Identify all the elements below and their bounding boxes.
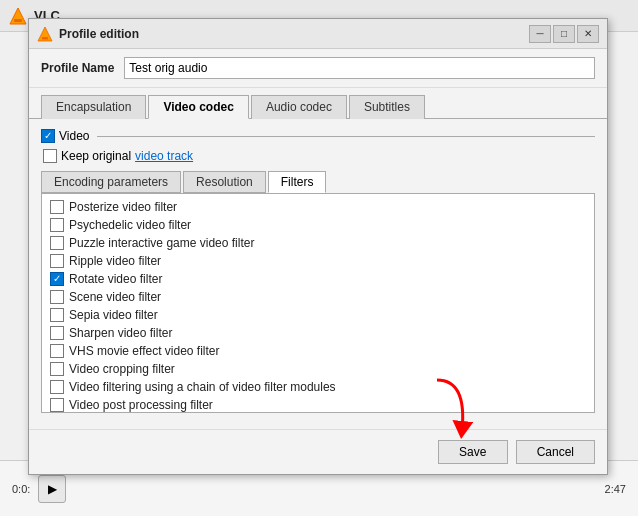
keep-original-label: Keep original: [61, 149, 131, 163]
filter-list[interactable]: Posterize video filterPsychedelic video …: [41, 193, 595, 413]
filter-checkbox-2[interactable]: [50, 236, 64, 250]
filter-label-2: Puzzle interactive game video filter: [69, 236, 254, 250]
filter-label-9: Video cropping filter: [69, 362, 175, 376]
video-label: Video: [59, 129, 89, 143]
filter-checkbox-1[interactable]: [50, 218, 64, 232]
filter-checkbox-9[interactable]: [50, 362, 64, 376]
video-section-header: Video: [41, 129, 595, 143]
filter-label-7: Sharpen video filter: [69, 326, 172, 340]
filter-label-4: Rotate video filter: [69, 272, 162, 286]
dialog-buttons: Save Cancel: [29, 429, 607, 474]
filter-item[interactable]: Video filtering using a chain of video f…: [44, 378, 592, 396]
sub-tab-filters[interactable]: Filters: [268, 171, 327, 193]
filter-label-11: Video post processing filter: [69, 398, 213, 412]
filter-item[interactable]: Psychedelic video filter: [44, 216, 592, 234]
dialog-title-left: Profile edition: [37, 26, 139, 42]
profile-edition-dialog: Profile edition ─ □ ✕ Profile Name Encap…: [28, 18, 608, 475]
close-button[interactable]: ✕: [577, 25, 599, 43]
filter-item[interactable]: Rotate video filter: [44, 270, 592, 288]
dialog-titlebar: Profile edition ─ □ ✕: [29, 19, 607, 49]
tab-audio-codec[interactable]: Audio codec: [251, 95, 347, 119]
sub-tab-resolution[interactable]: Resolution: [183, 171, 266, 193]
filter-label-0: Posterize video filter: [69, 200, 177, 214]
svg-rect-3: [42, 37, 48, 40]
filter-checkbox-0[interactable]: [50, 200, 64, 214]
main-tabs: Encapsulation Video codec Audio codec Su…: [29, 88, 607, 119]
filter-item[interactable]: Sepia video filter: [44, 306, 592, 324]
dialog-title: Profile edition: [59, 27, 139, 41]
keep-original-checkbox[interactable]: [43, 149, 57, 163]
video-checkbox[interactable]: [41, 129, 55, 143]
tab-video-codec[interactable]: Video codec: [148, 95, 248, 119]
filter-label-1: Psychedelic video filter: [69, 218, 191, 232]
filter-checkbox-8[interactable]: [50, 344, 64, 358]
maximize-button[interactable]: □: [553, 25, 575, 43]
filter-item[interactable]: Video post processing filter: [44, 396, 592, 413]
filter-checkbox-3[interactable]: [50, 254, 64, 268]
filter-label-5: Scene video filter: [69, 290, 161, 304]
filter-label-6: Sepia video filter: [69, 308, 158, 322]
filter-label-10: Video filtering using a chain of video f…: [69, 380, 336, 394]
cancel-button[interactable]: Cancel: [516, 440, 595, 464]
filter-item[interactable]: Video cropping filter: [44, 360, 592, 378]
filter-item[interactable]: Posterize video filter: [44, 198, 592, 216]
title-buttons: ─ □ ✕: [529, 25, 599, 43]
keep-original-row: Keep original video track: [41, 149, 595, 163]
filter-checkbox-10[interactable]: [50, 380, 64, 394]
filter-item[interactable]: Puzzle interactive game video filter: [44, 234, 592, 252]
sub-tab-encoding[interactable]: Encoding parameters: [41, 171, 181, 193]
tab-encapsulation[interactable]: Encapsulation: [41, 95, 146, 119]
profile-name-row: Profile Name: [29, 49, 607, 88]
dialog-vlc-icon: [37, 26, 53, 42]
dialog-overlay: Profile edition ─ □ ✕ Profile Name Encap…: [0, 0, 638, 516]
video-checkbox-label[interactable]: Video: [41, 129, 89, 143]
filter-checkbox-6[interactable]: [50, 308, 64, 322]
profile-name-label: Profile Name: [41, 61, 114, 75]
video-track-link[interactable]: video track: [135, 149, 193, 163]
filter-item[interactable]: Sharpen video filter: [44, 324, 592, 342]
profile-name-input[interactable]: [124, 57, 595, 79]
minimize-button[interactable]: ─: [529, 25, 551, 43]
sub-tabs: Encoding parameters Resolution Filters: [41, 171, 595, 193]
filter-checkbox-7[interactable]: [50, 326, 64, 340]
filter-item[interactable]: Scene video filter: [44, 288, 592, 306]
filter-label-8: VHS movie effect video filter: [69, 344, 220, 358]
section-divider: [97, 136, 595, 137]
filter-checkbox-5[interactable]: [50, 290, 64, 304]
filter-item[interactable]: Ripple video filter: [44, 252, 592, 270]
filter-checkbox-4[interactable]: [50, 272, 64, 286]
filter-item[interactable]: VHS movie effect video filter: [44, 342, 592, 360]
save-button[interactable]: Save: [438, 440, 508, 464]
filter-checkbox-11[interactable]: [50, 398, 64, 412]
content-area: Video Keep original video track Encoding…: [29, 119, 607, 423]
filter-label-3: Ripple video filter: [69, 254, 161, 268]
tab-subtitles[interactable]: Subtitles: [349, 95, 425, 119]
